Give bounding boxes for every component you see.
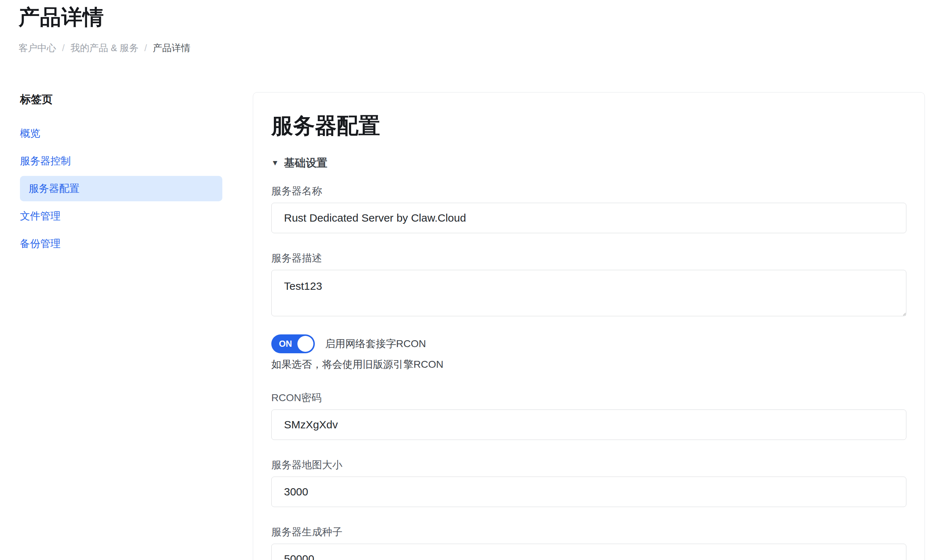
server-description-textarea[interactable]: Test123 (271, 270, 906, 316)
rcon-toggle-row: ON 启用网络套接字RCON (271, 334, 906, 353)
sidebar-item-file-manager[interactable]: 文件管理 (20, 203, 222, 229)
field-map-size: 服务器地图大小 (271, 458, 906, 507)
seed-label: 服务器生成种子 (271, 525, 906, 539)
rcon-toggle[interactable]: ON (271, 334, 315, 353)
breadcrumb-separator: / (62, 42, 65, 54)
sidebar-item-overview[interactable]: 概览 (20, 121, 222, 146)
breadcrumb: 客户中心 / 我的产品 & 服务 / 产品详情 (18, 42, 951, 54)
sidebar-item-server-control[interactable]: 服务器控制 (20, 148, 222, 174)
field-seed: 服务器生成种子 (271, 525, 906, 560)
rcon-password-label: RCON密码 (271, 391, 906, 405)
breadcrumb-client-area[interactable]: 客户中心 (18, 42, 56, 54)
page-header: 产品详情 客户中心 / 我的产品 & 服务 / 产品详情 (0, 0, 951, 54)
seed-input[interactable] (271, 544, 906, 560)
toggle-on-label: ON (279, 339, 292, 349)
panel-heading: 服务器配置 (271, 113, 906, 139)
field-server-name: 服务器名称 (271, 184, 906, 233)
field-rcon-password: RCON密码 (271, 391, 906, 440)
sidebar-item-backup-manager[interactable]: 备份管理 (20, 231, 222, 257)
server-name-input[interactable] (271, 203, 906, 233)
collapse-triangle-icon: ▼ (271, 158, 279, 167)
toggle-knob-icon (297, 336, 313, 352)
section-title: 基础设置 (284, 155, 328, 171)
server-description-label: 服务器描述 (271, 251, 906, 265)
page-title: 产品详情 (18, 5, 951, 29)
map-size-label: 服务器地图大小 (271, 458, 906, 472)
server-name-label: 服务器名称 (271, 184, 906, 198)
rcon-toggle-label: 启用网络套接字RCON (325, 337, 426, 351)
field-server-description: 服务器描述 Test123 (271, 251, 906, 316)
breadcrumb-my-products[interactable]: 我的产品 & 服务 (70, 42, 138, 54)
server-config-panel: 服务器配置 ▼ 基础设置 服务器名称 服务器描述 Test123 ON 启用网络… (253, 92, 925, 560)
content-row: 标签页 概览 服务器控制 服务器配置 文件管理 备份管理 服务器配置 ▼ 基础设… (0, 92, 951, 560)
rcon-password-input[interactable] (271, 409, 906, 440)
breadcrumb-product-details: 产品详情 (153, 42, 191, 54)
rcon-toggle-note: 如果选否，将会使用旧版源引擎RCON (271, 358, 906, 371)
section-basic-settings[interactable]: ▼ 基础设置 (271, 155, 906, 171)
sidebar-item-server-config[interactable]: 服务器配置 (20, 176, 222, 201)
sidebar-heading: 标签页 (20, 92, 222, 107)
map-size-input[interactable] (271, 477, 906, 507)
sidebar-tabs: 标签页 概览 服务器控制 服务器配置 文件管理 备份管理 (20, 92, 222, 560)
breadcrumb-separator: / (145, 42, 147, 54)
